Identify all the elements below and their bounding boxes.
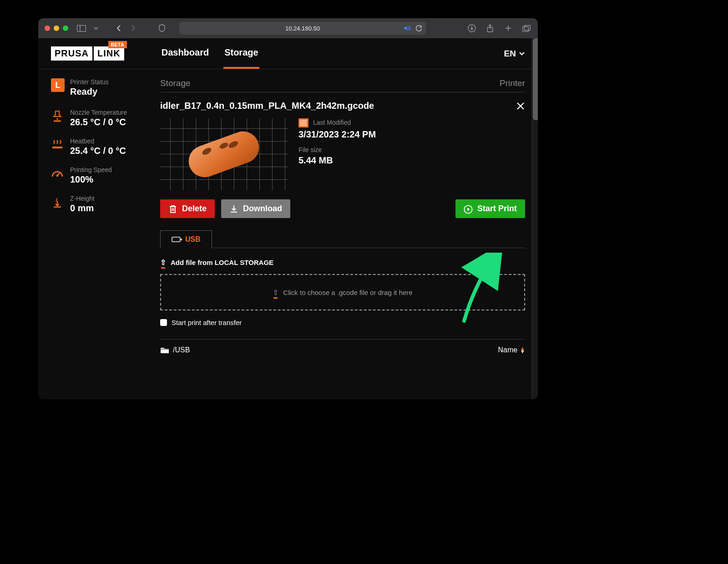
- chevron-down-icon: [519, 51, 525, 56]
- upload-icon: ⇧: [273, 288, 278, 297]
- share-icon[interactable]: [485, 24, 495, 32]
- file-detail: Last Modified 3/31/2023 2:24 PM File siz…: [160, 118, 525, 190]
- zheight-icon: z: [51, 196, 64, 208]
- nozzle-label: Nozzle Temperature: [70, 109, 127, 116]
- panel-head-left: Storage: [160, 78, 191, 88]
- main-nav: Dashboard Storage: [161, 38, 259, 69]
- tab-usb-label: USB: [185, 235, 201, 244]
- chevron-down-icon[interactable]: [91, 24, 101, 32]
- tab-overview-icon[interactable]: [521, 24, 531, 32]
- heatbed-value: 25.4 °C / 0 °C: [70, 146, 126, 156]
- checkbox[interactable]: [160, 319, 167, 326]
- status-badge: L: [51, 78, 65, 92]
- nav-dashboard[interactable]: Dashboard: [161, 38, 210, 69]
- address-text: 10.24.180.50: [285, 25, 320, 32]
- panel-heading: Storage Printer: [160, 78, 525, 92]
- logo-prusa: PRUSA: [51, 46, 92, 61]
- svg-rect-4: [523, 26, 529, 31]
- start-print-button[interactable]: Start Print: [455, 199, 525, 218]
- prusalink-logo: PRUSA LINK BETA: [51, 46, 124, 61]
- svg-rect-5: [525, 25, 531, 30]
- forward-button[interactable]: [128, 24, 138, 32]
- folder-icon: [160, 346, 169, 354]
- checkbox-label: Start print after transfer: [172, 319, 242, 326]
- delete-button[interactable]: Delete: [160, 199, 215, 218]
- gauge-icon: [51, 167, 64, 180]
- back-button[interactable]: [114, 24, 124, 32]
- downloads-icon[interactable]: [467, 24, 477, 32]
- file-name: idler_B17_0.4n_0.15mm_PLA_MK4_2h42m.gcod…: [160, 101, 374, 111]
- speed-metric: Printing Speed 100%: [51, 166, 152, 185]
- privacy-shield-icon[interactable]: [158, 24, 166, 32]
- current-path[interactable]: /USB: [160, 346, 190, 354]
- heatbed-icon: [51, 138, 64, 151]
- file-dropzone[interactable]: ⇧ Click to choose a .gcode file or drag …: [160, 274, 525, 310]
- maximize-window-button[interactable]: [63, 25, 68, 31]
- printer-status-block: L Printer Status Ready: [51, 78, 152, 97]
- svg-rect-0: [77, 25, 86, 31]
- app-header: PRUSA LINK BETA Dashboard Storage EN: [38, 38, 538, 69]
- browser-titlebar: 10.24.180.50: [38, 18, 538, 38]
- file-size-block: File size 5.44 MB: [298, 146, 376, 166]
- sidebar-toggle-icon[interactable]: [76, 24, 86, 32]
- storage-panel: Storage Printer idler_B17_0.4n_0.15mm_PL…: [160, 78, 525, 395]
- file-size-label: File size: [298, 146, 376, 153]
- heatbed-metric: Heatbed 25.4 °C / 0 °C: [51, 137, 152, 156]
- language-selector[interactable]: EN: [504, 49, 525, 59]
- add-file-label: Add file from LOCAL STORAGE: [171, 259, 273, 266]
- beta-badge: BETA: [108, 41, 127, 48]
- path-bar: /USB Name ▲▼: [160, 339, 525, 354]
- storage-tabs: USB: [160, 230, 525, 248]
- new-tab-icon[interactable]: [503, 24, 513, 32]
- zheight-value: 0 mm: [70, 203, 95, 213]
- tab-usb[interactable]: USB: [160, 230, 212, 248]
- address-bar[interactable]: 10.24.180.50: [179, 22, 426, 35]
- heatbed-label: Heatbed: [70, 137, 126, 145]
- last-modified-value: 3/31/2023 2:24 PM: [298, 129, 376, 140]
- reload-icon[interactable]: [415, 25, 422, 32]
- trash-icon: [168, 204, 177, 213]
- start-print-label: Start Print: [477, 204, 517, 213]
- window-controls: [45, 25, 68, 31]
- add-file-row[interactable]: ⇧ Add file from LOCAL STORAGE: [160, 258, 525, 267]
- sort-control[interactable]: Name ▲▼: [498, 346, 525, 354]
- download-label: Download: [243, 204, 282, 213]
- zheight-label: Z-Height: [70, 195, 95, 202]
- download-icon: [229, 204, 238, 213]
- logo-link: LINK: [92, 46, 124, 61]
- path-text: /USB: [173, 346, 190, 354]
- file-actions: Delete Download Start Print: [160, 199, 525, 218]
- file-thumbnail: [160, 118, 288, 190]
- dropzone-label: Click to choose a .gcode file or drag it…: [283, 289, 412, 296]
- panel-head-right: Printer: [500, 78, 525, 88]
- speed-label: Printing Speed: [70, 166, 112, 173]
- close-window-button[interactable]: [45, 25, 50, 31]
- last-modified-block: Last Modified 3/31/2023 2:24 PM: [298, 118, 376, 140]
- delete-label: Delete: [182, 204, 207, 213]
- status-sidebar: L Printer Status Ready Nozzle Temperatur…: [51, 78, 160, 395]
- minimize-window-button[interactable]: [54, 25, 59, 31]
- nozzle-metric: Nozzle Temperature 26.5 °C / 0 °C: [51, 109, 152, 127]
- app-content: PRUSA LINK BETA Dashboard Storage EN L: [38, 38, 538, 399]
- nav-storage[interactable]: Storage: [223, 38, 259, 69]
- upload-icon: ⇧: [160, 258, 166, 267]
- status-value: Ready: [70, 86, 109, 97]
- start-after-transfer-row[interactable]: Start print after transfer: [160, 319, 525, 326]
- calendar-icon: [298, 118, 308, 127]
- file-title-row: idler_B17_0.4n_0.15mm_PLA_MK4_2h42m.gcod…: [160, 101, 525, 111]
- file-size-value: 5.44 MB: [298, 155, 376, 166]
- nozzle-icon: [51, 110, 64, 122]
- scrollbar-thumb[interactable]: [533, 38, 538, 120]
- vertical-scrollbar[interactable]: [531, 38, 538, 399]
- close-icon[interactable]: [516, 102, 525, 111]
- language-label: EN: [504, 49, 516, 59]
- status-label: Printer Status: [70, 78, 109, 86]
- speed-value: 100%: [70, 174, 112, 185]
- download-button[interactable]: Download: [221, 199, 290, 218]
- main-area: L Printer Status Ready Nozzle Temperatur…: [38, 69, 538, 399]
- svg-line-9: [57, 173, 60, 176]
- sort-label: Name: [498, 346, 517, 354]
- audio-icon[interactable]: [404, 25, 411, 31]
- last-modified-label: Last Modified: [313, 119, 351, 126]
- file-meta: Last Modified 3/31/2023 2:24 PM File siz…: [298, 118, 376, 166]
